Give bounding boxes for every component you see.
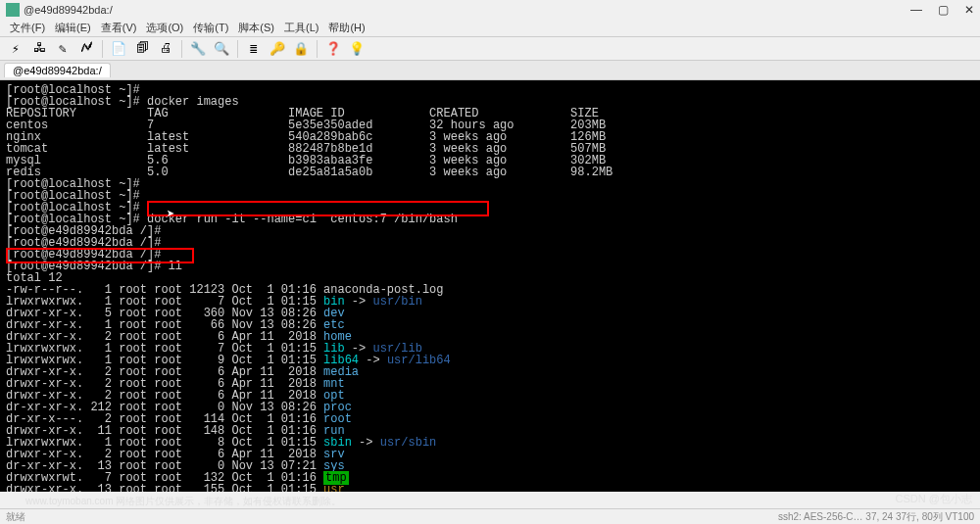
menu-options[interactable]: 选项(O) [142, 21, 187, 35]
reconnect-icon[interactable]: ✎ [53, 39, 73, 59]
toolbar-separator [317, 40, 318, 58]
toolbar-separator [181, 40, 182, 58]
disconnect-icon[interactable]: 🗲 [76, 39, 96, 59]
tab-bar: @e49d89942bda:/ [0, 61, 980, 80]
print-icon[interactable]: 🖨 [156, 39, 175, 59]
tab-session[interactable]: @e49d89942bda:/ [4, 63, 111, 77]
file-row: drwxr-xr-x. 13 root root 155 Oct 1 01:15… [6, 483, 345, 492]
key-icon[interactable]: 🔑 [268, 39, 287, 59]
tips-icon[interactable]: 💡 [347, 39, 367, 59]
status-connection: ssh2: AES-256-C… 37, 24 37行, 80列 VT100 [778, 510, 974, 524]
menu-view[interactable]: 查看(V) [97, 21, 141, 35]
properties-icon[interactable]: 🔧 [188, 39, 208, 59]
window-title: @e49d89942bda:/ [24, 4, 910, 16]
menu-help[interactable]: 帮助(H) [324, 21, 368, 35]
toolbar: ⚡ 🖧 ✎ 🗲 📄 🗐 🖨 🔧 🔍 ≣ 🔑 🔒 ❓ 💡 [0, 37, 980, 61]
session-new-icon[interactable]: 📄 [109, 39, 128, 59]
find-icon[interactable]: 🔍 [212, 39, 231, 59]
menu-file[interactable]: 文件(F) [6, 21, 49, 35]
menu-bar: 文件(F) 编辑(E) 查看(V) 选项(O) 传输(T) 脚本(S) 工具(L… [0, 20, 980, 37]
toolbar-separator [102, 40, 103, 58]
app-icon [6, 3, 20, 17]
help-icon[interactable]: ❓ [323, 39, 343, 59]
watermark-csdn: CSDN @包小志 [896, 492, 972, 506]
connect-icon[interactable]: ⚡ [6, 39, 25, 59]
menu-script[interactable]: 脚本(S) [234, 21, 278, 35]
session-copy-icon[interactable]: 🗐 [132, 39, 152, 59]
status-ready: 就绪 [6, 510, 778, 524]
menu-tools[interactable]: 工具(L) [280, 21, 322, 35]
title-bar: @e49d89942bda:/ — ▢ ✕ [0, 0, 980, 20]
terminal[interactable]: [root@localhost ~]# [root@localhost ~]# … [0, 80, 980, 492]
minimize-button[interactable]: — [910, 3, 922, 17]
menu-edit[interactable]: 编辑(E) [51, 21, 95, 35]
lock-icon[interactable]: 🔒 [291, 39, 311, 59]
watermark-toymoban: www.toymoban.com 网络图片仅供展示，非存储，如有侵权请联系删除。 [25, 495, 341, 508]
menu-transfer[interactable]: 传输(T) [189, 21, 232, 35]
toolbar-separator [237, 40, 238, 58]
maximize-button[interactable]: ▢ [938, 3, 949, 17]
window-controls: — ▢ ✕ [910, 3, 974, 17]
close-button[interactable]: ✕ [964, 3, 974, 17]
quick-connect-icon[interactable]: 🖧 [29, 39, 49, 59]
sessions-icon[interactable]: ≣ [244, 39, 264, 59]
status-bar: 就绪 ssh2: AES-256-C… 37, 24 37行, 80列 VT10… [0, 508, 980, 524]
cmd-docker-run: docker run -it --name=c1 centos:7 /bin/b… [147, 213, 458, 226]
